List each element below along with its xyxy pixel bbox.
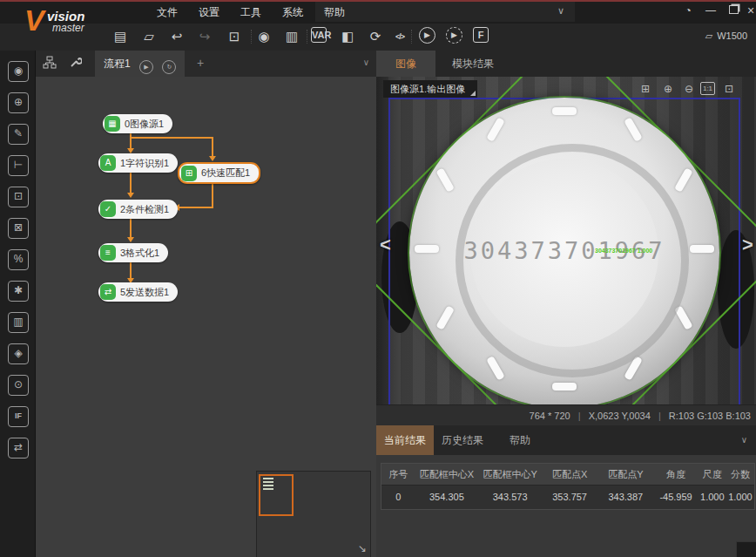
script-icon[interactable]: </> (390, 27, 409, 46)
flow-canvas[interactable]: ▦ 0图像源1 A 1字符识别1 ⊞ 6快速匹配1 ✓ 2条件检测1 ≡ 3格式… (36, 77, 376, 557)
flow-run-icon[interactable]: ▶ (139, 60, 153, 74)
node-label: 0图像源1 (125, 118, 164, 131)
col-index: 序号 (381, 464, 415, 485)
acquisition-camera-icon[interactable]: ◉ (8, 61, 29, 82)
image-config-icon[interactable]: ✱ (8, 281, 29, 302)
calibration-percent-icon[interactable]: % (8, 249, 29, 270)
connector (130, 173, 132, 194)
open-folder-icon[interactable]: ▱ (139, 27, 159, 46)
fit-window-icon[interactable]: ⊡ (721, 82, 737, 96)
undo-icon[interactable]: ↩ (167, 27, 186, 46)
one-to-one-icon[interactable]: 1:1 (700, 82, 715, 95)
node-condition-check[interactable]: ✓ 2条件检测1 (98, 200, 178, 219)
menu-file[interactable]: 文件 (157, 5, 178, 20)
timer-icon[interactable]: ⊙ (8, 375, 29, 396)
measure-caliper-icon[interactable]: ⊢ (8, 155, 29, 176)
node-format[interactable]: ≡ 3格式化1 (98, 243, 168, 262)
redo-icon[interactable]: ↪ (195, 27, 214, 46)
status-separator: | (578, 411, 581, 421)
variables-icon[interactable]: VAR (311, 27, 327, 43)
minimize-button[interactable]: — (702, 3, 719, 18)
cell-index: 0 (381, 486, 415, 509)
result-tab-bar: 当前结果 历史结果 帮助 ∨ (376, 425, 756, 456)
flow-tab-active[interactable]: 流程1 ▶ ↻ (95, 51, 185, 77)
result-table[interactable]: 序号 匹配框中心X 匹配框中心Y 匹配点X 匹配点Y 角度 尺度 分数 0 35… (381, 463, 755, 510)
compare-icon[interactable]: ◧ (338, 27, 357, 46)
flow-panel-header: 流程1 ▶ ↻ + ∨ (36, 51, 376, 78)
zoom-out-icon[interactable]: ⊖ (681, 82, 697, 96)
menu-help[interactable]: 帮助 (324, 5, 345, 20)
result-area: 序号 匹配框中心X 匹配框中心Y 匹配点X 匹配点Y 角度 尺度 分数 0 35… (376, 455, 756, 557)
pan-icon[interactable]: ⊞ (638, 82, 653, 96)
tab-current-result[interactable]: 当前结果 (376, 425, 434, 455)
toolbar-separator (411, 30, 413, 44)
node-image-source[interactable]: ▦ 0图像源1 (103, 114, 172, 133)
flow-list-icon[interactable] (43, 56, 57, 72)
result-chevron-icon[interactable]: ∨ (741, 435, 747, 445)
color-fill-icon[interactable]: ◈ (8, 343, 29, 364)
cap-lug (435, 167, 455, 193)
scroll-corner (736, 541, 756, 557)
next-image-chevron[interactable]: > (742, 234, 753, 256)
close-button[interactable]: × (742, 3, 756, 18)
io-config-icon[interactable]: ▥ (282, 27, 301, 46)
minimap-node-mark (263, 481, 273, 483)
histogram-icon[interactable]: ▥ (8, 312, 29, 333)
minimap-resize-icon[interactable]: ↘ (358, 542, 367, 554)
save-image-icon[interactable]: ⊡ (225, 27, 244, 46)
match-icon: ⊞ (181, 166, 197, 181)
connector (130, 262, 132, 280)
image-edit-icon[interactable]: ✎ (8, 124, 29, 145)
node-send-data[interactable]: ⇄ 5发送数据1 (98, 282, 178, 302)
recognition-focus-icon[interactable]: ⊡ (8, 187, 29, 207)
tab-image[interactable]: 图像 (376, 51, 435, 77)
image-viewer[interactable]: 304373701967 304373701967 1.000 < > 图像源1… (376, 77, 756, 404)
node-label: 6快速匹配1 (201, 166, 250, 180)
cap-lug (624, 117, 643, 142)
app-logo: V vision master (24, 3, 129, 40)
table-row[interactable]: 0 354.305 343.573 353.757 343.387 -45.95… (381, 485, 754, 509)
menu-tools[interactable]: 工具 (240, 5, 261, 20)
deep-learning-icon[interactable]: ⊠ (8, 218, 29, 239)
tab-history-result[interactable]: 历史结果 (434, 425, 491, 455)
wrench-icon[interactable] (69, 56, 82, 71)
restore-button[interactable] (725, 3, 742, 18)
cursor-coords: X,0623 Y,0034 (589, 411, 651, 421)
col-scale: 尺度 (699, 464, 726, 485)
minimap-node-mark (263, 478, 273, 479)
col-match-point-x: 匹配点X (542, 464, 597, 485)
cell-match-center-x: 354.305 (415, 486, 479, 509)
tab-module-result[interactable]: 模块结果 (435, 51, 510, 77)
tab-help[interactable]: 帮助 (498, 425, 542, 455)
connector (212, 182, 213, 208)
run-continuous-icon[interactable]: ▶ (446, 27, 462, 44)
run-once-icon[interactable]: ▶ (419, 27, 435, 44)
flow-header-chevron-icon[interactable]: ∨ (363, 58, 369, 67)
workspace-folder-icon: ▱ (705, 31, 712, 41)
node-fast-match[interactable]: ⊞ 6快速匹配1 (178, 162, 260, 184)
cell-match-center-y: 343.573 (478, 486, 542, 509)
node-label: 2条件检测1 (120, 203, 169, 216)
refresh-icon[interactable]: ⟳ (366, 27, 385, 46)
image-source-selector[interactable]: 图像源1.输出图像 (383, 80, 477, 98)
data-transfer-icon[interactable]: ⇄ (8, 438, 29, 459)
camera-icon[interactable]: ◉ (254, 27, 273, 46)
workspace-switcher[interactable]: ▱W1500 (705, 31, 747, 42)
location-target-icon[interactable]: ⊕ (8, 92, 29, 113)
minimap-viewport[interactable] (259, 474, 294, 516)
performance-gauge-icon[interactable]: ◔ (679, 3, 697, 18)
condition-icon: ✓ (100, 201, 116, 217)
col-angle: 角度 (653, 464, 698, 485)
node-char-recognition[interactable]: A 1字符识别1 (98, 153, 178, 173)
flow-minimap[interactable]: ↘ (256, 471, 371, 557)
node-label: 3格式化1 (120, 247, 159, 260)
format-icon[interactable]: F (473, 27, 489, 43)
menu-settings[interactable]: 设置 (199, 5, 219, 20)
menu-system[interactable]: 系统 (282, 5, 303, 20)
if-logic-icon[interactable]: IF (8, 406, 29, 427)
prev-image-chevron[interactable]: < (380, 234, 391, 256)
add-flow-button[interactable]: + (197, 56, 204, 70)
menubar-chevron-icon[interactable]: ∨ (557, 5, 564, 17)
flow-loop-run-icon[interactable]: ↻ (162, 60, 176, 74)
zoom-in-icon[interactable]: ⊕ (660, 82, 676, 96)
